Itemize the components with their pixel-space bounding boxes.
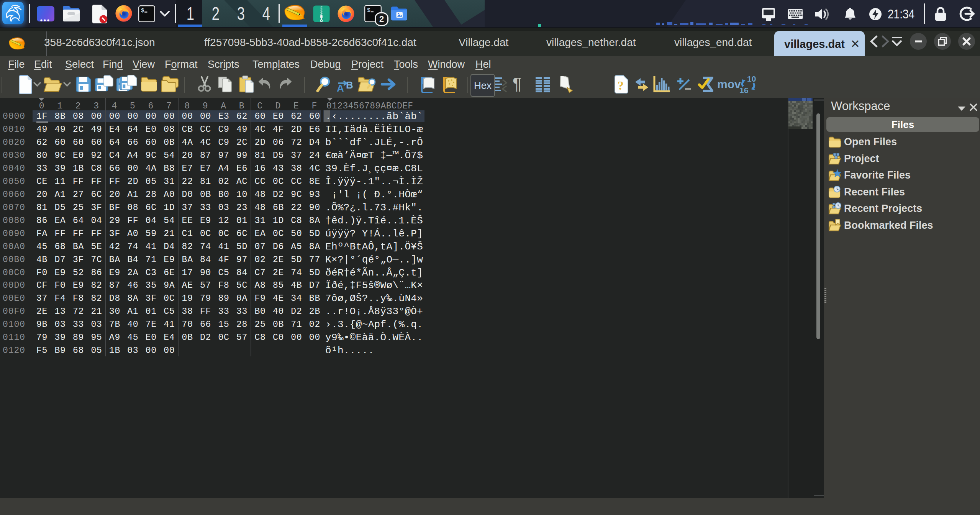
svg-text:A: A (337, 82, 344, 93)
svg-text:B: B (346, 79, 353, 91)
svg-text:?: ? (618, 79, 624, 92)
svg-text:$: $ (141, 8, 144, 14)
svg-text:$: $ (367, 7, 370, 13)
svg-text:10: 10 (747, 75, 756, 83)
svg-text:16: 16 (739, 86, 748, 95)
